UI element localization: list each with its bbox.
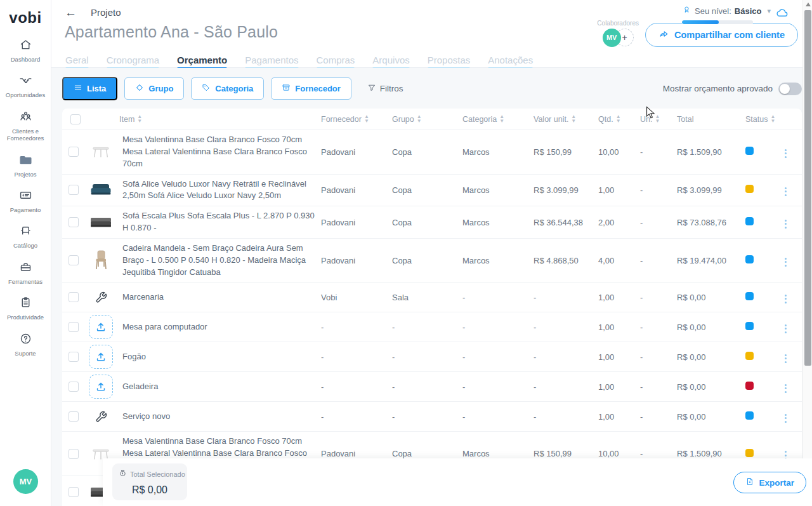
status-badge[interactable]	[745, 255, 754, 263]
status-badge[interactable]	[745, 322, 754, 330]
row-checkbox[interactable]	[69, 255, 79, 265]
sidebar-item-projetos[interactable]: Projetos	[1, 153, 50, 178]
item-name[interactable]: Fogão	[119, 347, 321, 367]
row-checkbox[interactable]	[69, 217, 79, 227]
table-row[interactable]: Geladeira----1,00-R$ 0,00	[62, 372, 802, 402]
column-header[interactable]: Fornecedor▲▼	[321, 115, 392, 124]
sidebar-item-oportunidades[interactable]: Oportunidades	[1, 74, 50, 98]
item-name[interactable]: Sofá Escala Plus Sofa Escala Plus - L 2.…	[119, 206, 321, 238]
sidebar-item-suporte[interactable]: Suporte	[1, 332, 50, 357]
row-checkbox[interactable]	[69, 449, 79, 459]
row-checkbox[interactable]	[69, 487, 79, 497]
user-level-widget[interactable]: Seu nível: Básico ▾	[682, 5, 761, 24]
sidebar-item-catalogo[interactable]: Catálogo	[1, 224, 50, 249]
row-menu-button[interactable]	[781, 382, 790, 396]
row-checkbox[interactable]	[69, 322, 79, 332]
project-tabs: GeralCronogramaOrçamentoPagamentosCompra…	[65, 55, 798, 69]
table-row[interactable]: Sofá Alice Veludo Luxor Navy Retrátil e …	[62, 175, 802, 207]
tab-cronograma[interactable]: Cronograma	[107, 55, 159, 69]
status-badge[interactable]	[745, 411, 754, 420]
status-badge[interactable]	[745, 382, 754, 390]
upload-icon[interactable]	[89, 345, 113, 369]
show-approved-toggle[interactable]	[778, 83, 802, 95]
column-header[interactable]: Item▲▼	[119, 115, 321, 124]
row-checkbox[interactable]	[69, 147, 79, 157]
export-file-icon	[745, 477, 754, 488]
scrollbar-thumb[interactable]	[804, 10, 811, 366]
item-name[interactable]: Mesa Valentinna Base Clara Branco Fosco …	[119, 130, 321, 174]
column-header[interactable]: Status▲▼	[745, 115, 781, 124]
row-menu-button[interactable]	[781, 147, 790, 161]
table-row[interactable]: Cadeira Mandela - Sem Braço Cadeira Aura…	[62, 239, 802, 283]
row-checkbox[interactable]	[69, 382, 79, 392]
row-menu-button[interactable]	[781, 217, 790, 231]
view-categoria-button[interactable]: Categoria	[191, 77, 264, 100]
tab-orçamento[interactable]: Orçamento	[177, 55, 227, 69]
table-row[interactable]: Sofá Escala Plus Sofa Escala Plus - L 2.…	[62, 206, 802, 239]
item-name[interactable]: Geladeira	[119, 377, 321, 397]
sidebar-item-produtividade[interactable]: Produtividade	[1, 296, 50, 321]
scrollbar-up-arrow[interactable]	[806, 3, 811, 6]
tab-anotações[interactable]: Anotações	[488, 55, 533, 69]
table-row[interactable]: Fogão----1,00-R$ 0,00	[62, 342, 802, 372]
total-cell: R$ 1.509,90	[677, 147, 745, 157]
column-header[interactable]: Qtd.▲▼	[598, 115, 640, 124]
column-header[interactable]: Grupo▲▼	[392, 115, 462, 124]
sidebar-item-pagamento[interactable]: Pagamento	[1, 189, 50, 213]
item-name[interactable]: Mesa para computador	[119, 317, 321, 337]
vertical-scrollbar[interactable]	[802, 0, 812, 458]
export-button[interactable]: Exportar	[733, 472, 806, 493]
status-badge[interactable]	[745, 147, 754, 155]
table-row[interactable]: MarcenariaVobiSala--1,00-R$ 0,00	[62, 283, 802, 312]
status-badge[interactable]	[745, 292, 754, 300]
column-header[interactable]: Un.▲▼	[640, 115, 677, 124]
status-badge[interactable]	[745, 185, 754, 193]
table-row[interactable]: Serviço novo----1,00-R$ 0,00	[62, 402, 802, 432]
tab-pagamentos[interactable]: Pagamentos	[245, 55, 298, 69]
status-badge[interactable]	[745, 449, 754, 457]
row-menu-button[interactable]	[781, 255, 790, 269]
collaborator-avatar[interactable]: MV	[603, 29, 621, 47]
item-name[interactable]: Marcenaria	[119, 288, 321, 307]
column-header[interactable]: Valor unit.▲▼	[534, 115, 598, 124]
share-with-client-button[interactable]: Compartilhar com cliente	[645, 23, 798, 47]
select-all-checkbox[interactable]	[70, 114, 81, 124]
upload-icon[interactable]	[89, 315, 113, 339]
row-menu-button[interactable]	[781, 185, 790, 199]
tab-compras[interactable]: Compras	[317, 55, 355, 69]
sidebar-item-clientes-fornecedores[interactable]: Clientes e Fornecedores	[1, 110, 50, 142]
table-row[interactable]: Mesa Valentinna Base Clara Branco Fosco …	[62, 130, 802, 175]
view-grupo-button[interactable]: Grupo	[124, 77, 184, 100]
tab-geral[interactable]: Geral	[65, 55, 89, 69]
row-menu-button[interactable]	[781, 322, 790, 336]
cloud-sync-icon[interactable]	[776, 6, 789, 22]
level-progress-bar	[682, 20, 753, 24]
status-badge[interactable]	[745, 352, 754, 360]
table-row[interactable]: Mesa para computador----1,00-R$ 0,00	[62, 312, 802, 342]
row-menu-button[interactable]	[781, 292, 790, 306]
tab-propostas[interactable]: Propostas	[428, 55, 471, 69]
sidebar-item-ferramentas[interactable]: Ferramentas	[1, 260, 50, 285]
back-arrow-icon[interactable]: ←	[65, 6, 77, 18]
row-menu-button[interactable]	[781, 352, 790, 366]
row-menu-button[interactable]	[781, 411, 790, 425]
sidebar-item-dashboard[interactable]: Dashboard	[1, 38, 50, 63]
status-cell	[745, 255, 781, 265]
row-checkbox[interactable]	[69, 352, 79, 362]
upload-icon[interactable]	[89, 375, 113, 399]
status-badge[interactable]	[745, 217, 754, 225]
item-name[interactable]: Cadeira Mandela - Sem Braço Cadeira Aura…	[119, 239, 321, 283]
view-lista-button[interactable]: Lista	[62, 77, 117, 100]
row-checkbox[interactable]	[69, 411, 79, 422]
tab-arquivos[interactable]: Arquivos	[372, 55, 409, 69]
row-checkbox[interactable]	[69, 292, 79, 302]
item-name[interactable]: Serviço novo	[119, 407, 321, 427]
column-header[interactable]: Categoria▲▼	[462, 115, 534, 124]
view-fornecedor-button[interactable]: Fornecedor	[271, 77, 351, 100]
row-menu-cell	[781, 408, 802, 425]
show-approved-label: Mostrar orçamento aprovado	[663, 84, 773, 93]
row-checkbox[interactable]	[69, 185, 79, 195]
user-avatar[interactable]: MV	[13, 469, 38, 494]
item-name[interactable]: Sofá Alice Veludo Luxor Navy Retrátil e …	[119, 175, 321, 206]
filters-button[interactable]: Filtros	[367, 83, 403, 94]
